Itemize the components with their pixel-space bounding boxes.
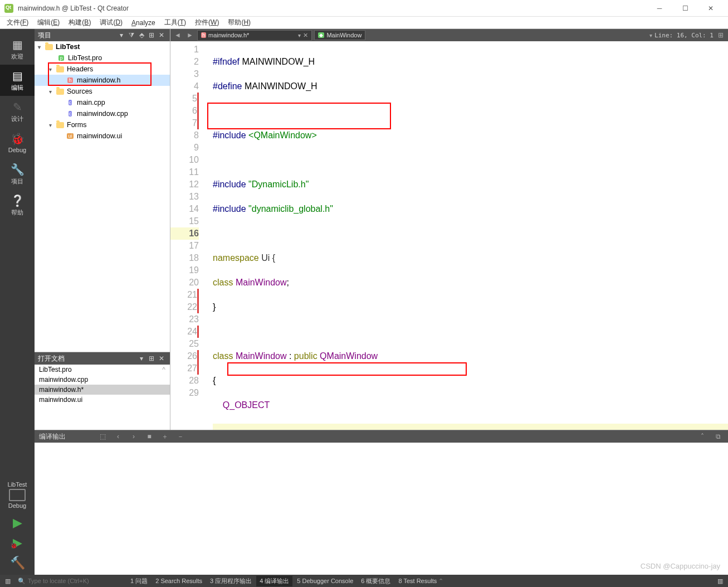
status-tab-issues[interactable]: 1 问题 <box>127 576 151 586</box>
app-icon <box>4 4 13 13</box>
opendoc-item[interactable]: mainwindow.cpp <box>35 375 170 385</box>
status-tab-tests[interactable]: 8 Test Results ⌃ <box>395 576 447 586</box>
menu-build[interactable]: 构建(B) <box>64 17 95 28</box>
editor-area: ◄ ► h mainwindow.h* ▾ ✕ ◆ MainWindow ▾ <box>170 29 728 430</box>
menu-file[interactable]: 文件(F) <box>2 17 33 28</box>
watermark: CSDN @Cappuccino-jay <box>641 562 720 570</box>
status-bar: ▥ 🔍 1 问题 2 Search Results 3 应用程序输出 4 编译输… <box>0 575 728 587</box>
edit-icon: ▤ <box>12 69 23 83</box>
mode-design[interactable]: ✎设计 <box>0 96 35 127</box>
chevron-down-icon[interactable]: ▾ <box>298 32 301 38</box>
menu-help[interactable]: 帮助(H) <box>223 17 255 28</box>
tree-root[interactable]: ▾LibTest <box>35 41 170 52</box>
close-panel-icon[interactable]: ✕ <box>157 355 167 362</box>
mode-welcome[interactable]: ▦欢迎 <box>0 33 35 65</box>
build-button[interactable]: 🔨 <box>10 556 25 570</box>
menu-bar: 文件(F) 编辑(E) 构建(B) 调试(D) Analyze 工具(T) 控件… <box>0 17 728 29</box>
tree-mainwindow-ui[interactable]: uimainwindow.ui <box>35 130 170 142</box>
tree-main-cpp[interactable]: cmain.cpp <box>35 97 170 108</box>
mode-bar: ▦欢迎 ▤编辑 ✎设计 🐞Debug 🔧项目 ❔帮助 LibTest Debug… <box>0 29 35 575</box>
status-tab-general[interactable]: 6 概要信息 <box>358 576 394 586</box>
editor-toolbar: ◄ ► h mainwindow.h* ▾ ✕ ◆ MainWindow ▾ <box>170 29 728 41</box>
opendoc-item[interactable]: mainwindow.h* <box>35 385 170 395</box>
kit-name[interactable]: LibTest <box>8 481 27 488</box>
cpp-file-icon: c <box>69 111 72 117</box>
debug-run-button[interactable]: ▶🐞 <box>13 536 22 550</box>
split-icon[interactable]: ⊞ <box>146 355 157 362</box>
editor-file-tab[interactable]: h mainwindow.h* ▾ ✕ <box>197 30 312 41</box>
split-icon[interactable]: ⊞ <box>146 31 157 39</box>
zoom-out-icon[interactable]: － <box>175 432 186 442</box>
locator[interactable]: 🔍 <box>14 578 126 585</box>
status-tab-app-output[interactable]: 3 应用程序输出 <box>207 576 255 586</box>
menu-tools[interactable]: 工具(T) <box>160 17 190 28</box>
tree-sources-folder[interactable]: ▾Sources <box>35 86 170 97</box>
project-panel-header: 项目 ▾ ⧩ ⬘ ⊞ ✕ <box>35 29 170 41</box>
tree-headers-folder[interactable]: ▾Headers <box>35 64 170 75</box>
opendoc-item[interactable]: mainwindow.ui <box>35 395 170 405</box>
project-tree[interactable]: ▾LibTest pLibTest.pro ▾Headers hmainwind… <box>35 41 170 352</box>
close-panel-icon[interactable]: ✕ <box>157 31 167 39</box>
run-button[interactable]: ▶ <box>13 516 22 530</box>
collapse-icon[interactable]: ˄ <box>697 433 708 440</box>
filter-output-icon[interactable]: ⬚ <box>97 433 108 440</box>
toggle-right-panel-icon[interactable]: ▥ <box>715 578 726 585</box>
nav-back-button[interactable]: ◄ <box>173 31 183 39</box>
zoom-in-icon[interactable]: ＋ <box>159 432 170 442</box>
code-text[interactable]: #ifndef MAINWINDOW_H #define MAINWINDOW_… <box>207 41 728 430</box>
maximize-button[interactable]: ☐ <box>672 0 698 17</box>
menu-widgets[interactable]: 控件(W) <box>190 17 223 28</box>
dropdown-icon[interactable]: ▾ <box>116 31 126 39</box>
nav-fwd-button[interactable]: ► <box>185 31 195 39</box>
open-documents-list[interactable]: LibTest.pro^ mainwindow.cpp mainwindow.h… <box>35 365 170 430</box>
pencil-icon: ✎ <box>13 100 22 114</box>
folder-icon <box>56 66 64 72</box>
menu-debug[interactable]: 调试(D) <box>95 17 127 28</box>
opendoc-item[interactable]: LibTest.pro^ <box>35 365 170 375</box>
mode-debug[interactable]: 🐞Debug <box>0 127 35 158</box>
toggle-sidebar-icon[interactable]: ▥ <box>2 578 13 585</box>
mode-projects[interactable]: 🔧项目 <box>0 158 35 190</box>
config-name: Debug <box>8 502 26 509</box>
grid-icon: ▦ <box>12 38 23 51</box>
tree-profile[interactable]: pLibTest.pro <box>35 52 170 64</box>
menu-edit[interactable]: 编辑(E) <box>33 17 64 28</box>
cpp-file-icon: c <box>69 100 72 105</box>
dropdown-icon[interactable]: ▾ <box>136 355 146 362</box>
stop-icon[interactable]: ■ <box>144 433 155 440</box>
status-tab-compile-output[interactable]: 4 编译输出 <box>256 576 292 586</box>
popout-icon[interactable]: ⧉ <box>712 433 724 440</box>
minimize-button[interactable]: ─ <box>647 0 672 17</box>
folder-icon <box>56 89 64 95</box>
tree-mainwindow-h[interactable]: hmainwindow.h <box>35 75 170 86</box>
output-pane-header: 编译输出 ⬚ ‹ › ■ ＋ － ˄ ⧉ <box>35 430 728 443</box>
split-editor-icon[interactable]: ⊞ <box>716 31 726 39</box>
next-icon[interactable]: › <box>128 433 139 440</box>
window-title: mainwindow.h @ LibTest - Qt Creator <box>18 4 647 12</box>
mode-help[interactable]: ❔帮助 <box>0 190 35 221</box>
filter-icon[interactable]: ⧩ <box>126 31 136 39</box>
opendocs-panel-header: 打开文档 ▾ ⊞ ✕ <box>35 352 170 365</box>
tree-forms-folder[interactable]: ▾Forms <box>35 119 170 130</box>
bug-icon: 🐞 <box>11 132 25 145</box>
tree-mainwindow-cpp[interactable]: cmainwindow.cpp <box>35 108 170 119</box>
status-tab-search[interactable]: 2 Search Results <box>152 576 206 585</box>
opendocs-panel-title: 打开文档 <box>38 354 136 363</box>
close-button[interactable]: ✕ <box>698 0 724 17</box>
editor-symbol-tab[interactable]: ◆ MainWindow <box>314 30 365 40</box>
chevron-down-icon[interactable]: ▾ <box>649 32 652 38</box>
code-editor[interactable]: 1234 5678 9101112 13141516 17181920 2122… <box>170 41 728 430</box>
close-tab-icon[interactable]: ✕ <box>303 32 308 39</box>
search-icon: 🔍 <box>18 578 26 585</box>
menu-analyze[interactable]: Analyze <box>127 18 160 28</box>
link-icon[interactable]: ⬘ <box>136 31 146 39</box>
locator-input[interactable] <box>28 578 111 584</box>
monitor-icon[interactable] <box>9 489 26 501</box>
sidebar: 项目 ▾ ⧩ ⬘ ⊞ ✕ ▾LibTest pLibTest.pro ▾Head… <box>35 29 170 430</box>
status-tab-debugger[interactable]: 5 Debugger Console <box>294 576 356 585</box>
prev-icon[interactable]: ‹ <box>113 433 124 440</box>
mode-edit[interactable]: ▤编辑 <box>0 65 35 96</box>
folder-icon <box>45 44 53 50</box>
h-file-icon: h <box>67 77 72 83</box>
output-body[interactable]: CSDN @Cappuccino-jay <box>35 443 728 575</box>
